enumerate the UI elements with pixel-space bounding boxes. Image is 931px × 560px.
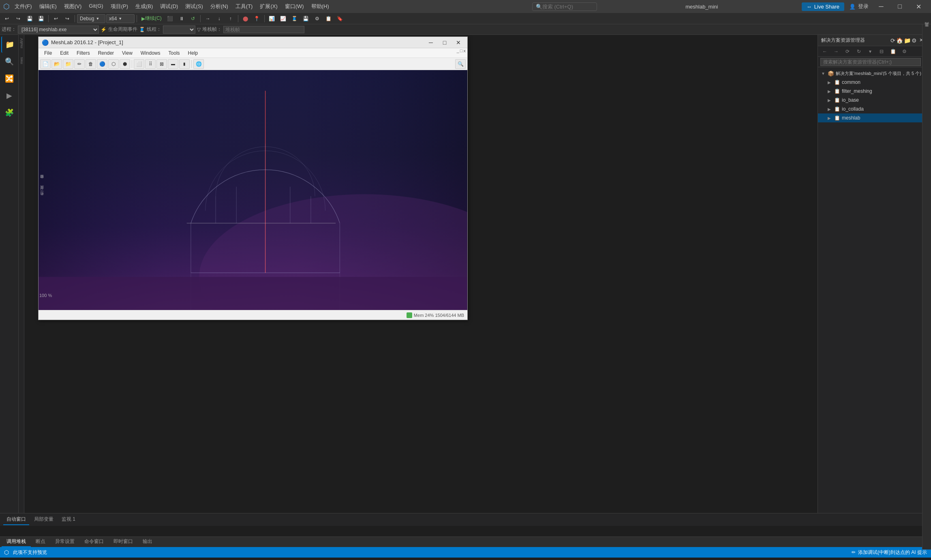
vs-search-box[interactable]: 🔍 [532,2,597,11]
ml-menu-help[interactable]: Help [184,49,202,57]
menu-project[interactable]: 项目(P) [107,2,131,11]
stack-input[interactable] [223,26,304,33]
tab-auto[interactable]: 自动窗口 [3,514,29,525]
restore-button[interactable]: □ [890,0,909,13]
tb-debug-loc[interactable]: 📍 [252,14,262,23]
ml-tb-solid[interactable]: ⬡ [108,59,119,69]
menu-window[interactable]: 窗口(W) [282,2,307,11]
ml-tb-rect[interactable]: ▬ [168,59,178,69]
tb-step-into[interactable]: ↓ [214,14,225,23]
menu-analyze[interactable]: 分析(N) [207,2,231,11]
status-add-item[interactable]: ✏ 添加调试(中断)到达点的 AI 提示 [852,549,927,556]
tab-immediate[interactable]: 即时窗口 [109,537,138,547]
menu-build[interactable]: 生成(B) [132,2,156,11]
activity-extensions[interactable]: 🧩 [1,105,17,121]
thread-select[interactable] [163,26,195,34]
platform-dropdown[interactable]: x64 ▼ [106,14,135,23]
ml-tb-dots[interactable]: ⠿ [145,59,156,69]
ml-menu-filters[interactable]: Filters [73,49,94,57]
tab-locals[interactable]: 局部变量 [31,514,57,525]
ml-tb-wire[interactable]: ⬢ [120,59,130,69]
tb-mem[interactable]: 💾 [301,14,311,23]
sol-tb-settings[interactable]: ⚙ [899,47,910,56]
tree-item-io-base[interactable]: ▶ 📋 io_base [818,96,931,105]
search-input[interactable] [542,4,595,10]
tb-reg[interactable]: 📋 [323,14,334,23]
tree-item-io-collada[interactable]: ▶ 📋 io_collada [818,105,931,113]
tab-exceptions[interactable]: 异常设置 [50,537,79,547]
restart-button[interactable]: ↺ [188,14,198,23]
ml-tb-search[interactable]: 🔍 [455,59,466,69]
ml-menu-tools[interactable]: Tools [165,49,184,57]
ml-tb-sphere[interactable]: 🔵 [97,59,107,69]
sol-tb-filter[interactable]: ▾ [865,47,875,56]
ml-tb-sel[interactable]: ⊠ [156,59,167,69]
sol-tb-back[interactable]: ← [820,47,830,56]
menu-view[interactable]: 视图(V) [61,2,85,11]
sol-tb-forward[interactable]: → [831,47,841,56]
ml-menu-windows[interactable]: Windows [137,49,165,57]
close-button[interactable]: ✕ [909,0,928,13]
config-dropdown[interactable]: Debug ▼ [77,14,105,23]
ml-menu-render[interactable]: Render [94,49,118,57]
activity-search[interactable]: 🔍 [1,53,17,70]
menu-help[interactable]: 帮助(H) [308,2,332,11]
ml-tb-delete[interactable]: 🗑 [86,59,96,69]
pause-button[interactable]: ⏸ [176,14,187,23]
menu-tools[interactable]: 工具(T) [232,2,256,11]
tb-save[interactable]: 💾 [24,14,35,23]
continue-button[interactable]: ▶ 继续(C) [139,14,164,23]
tb-step-out[interactable]: ↑ [225,14,236,23]
sol-tb-collapse[interactable]: ⊟ [876,47,887,56]
panel-home-icon[interactable]: 🏠 [896,37,903,44]
process-select[interactable]: [38116] meshlab.exe [18,26,99,34]
meshlab-restore[interactable]: □ [439,38,450,47]
tb-disasm[interactable]: ⚙ [312,14,323,23]
ml-tb-open2[interactable]: 📁 [63,59,73,69]
panel-filter-icon[interactable]: 📁 [904,37,911,44]
activity-explorer[interactable]: 📁 [1,36,17,53]
ml-tb-bar[interactable]: ▮ [179,59,190,69]
solution-root-item[interactable]: ▼ 📦 解决方案'meshlab_mini'(5 个项目，共 5 个) [818,69,931,78]
tab-breakpoints[interactable]: 断点 [31,537,50,547]
meshlab-minimize[interactable]: ─ [425,38,437,47]
ml-tb-globe[interactable]: 🌐 [193,59,204,69]
sol-tb-properties[interactable]: 📋 [888,47,898,56]
tb-step-over[interactable]: → [203,14,213,23]
tab-output[interactable]: 输出 [138,537,157,547]
panel-sync-icon[interactable]: ⟳ [890,37,895,44]
tree-item-filter-meshing[interactable]: ▶ 📋 filter_meshing [818,87,931,96]
ml-menu-edit[interactable]: Edit [56,49,73,57]
tb-thread[interactable]: 🧵 [289,14,300,23]
tab-command[interactable]: 命令窗口 [79,537,109,547]
tb-redo[interactable]: ↪ [13,14,24,23]
ml-tb-new[interactable]: 📄 [40,59,51,69]
inner-close[interactable]: x [464,48,466,53]
menu-test[interactable]: 测试(S) [182,2,206,11]
tab-callstack[interactable]: 调用堆栈 [2,537,31,547]
activity-git[interactable]: 🔀 [1,71,17,87]
tb-diag[interactable]: 📈 [278,14,289,23]
activity-run[interactable]: ▶ [1,88,17,104]
tab-watch1[interactable]: 监视 1 [58,514,79,525]
tb-breakpoint[interactable]: ⬤ [240,14,251,23]
menu-debug[interactable]: 调试(D) [157,2,181,11]
tb-redo2[interactable]: ↪ [62,14,73,23]
user-area[interactable]: 👤 登录 [849,3,869,10]
inner-min[interactable]: _ [457,48,459,53]
vtab-toolbox[interactable]: 工具箱 [923,28,931,32]
meshlab-canvas[interactable]: 100 % 100 % 自动窗 搜索(C 名称 [39,70,467,310]
tb-bookmark[interactable]: 🔖 [335,14,345,23]
menu-extensions[interactable]: 扩展(X) [257,2,280,11]
sol-tb-refresh[interactable]: ↻ [854,47,864,56]
menu-file[interactable]: 文件(F) [11,2,35,11]
solution-search-input[interactable] [820,58,921,66]
ml-menu-file[interactable]: File [40,49,56,57]
tree-item-meshlab[interactable]: ▶ 📋 meshlab [818,113,931,122]
inner-restore[interactable]: □ [460,48,463,53]
tb-perf[interactable]: 📊 [267,14,277,23]
menu-git[interactable]: Git(G) [86,2,106,11]
tb-undo[interactable]: ↩ [2,14,12,23]
meshlab-close[interactable]: ✕ [453,38,464,47]
ml-tb-open[interactable]: 📂 [51,59,62,69]
